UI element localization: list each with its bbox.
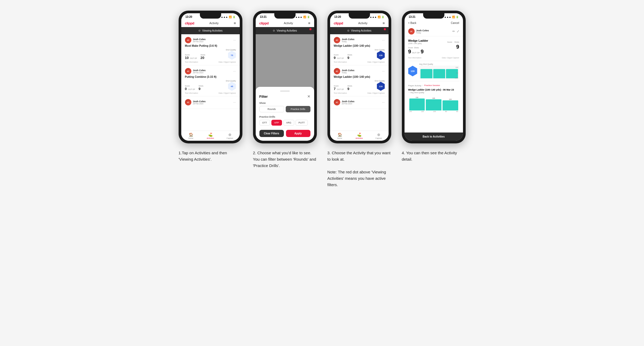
shots-label-1-1: Shots — [200, 54, 205, 56]
practice-session-label-4[interactable]: Practice Session — [424, 84, 440, 87]
filter-title: Filter — [259, 95, 268, 99]
sq-badge-1-1: 75 — [228, 51, 236, 60]
show-label: Show — [259, 102, 310, 104]
viewing-bar-1[interactable]: ⚙ Viewing Activities — [181, 27, 240, 34]
drill-ott[interactable]: OTT — [259, 120, 270, 126]
nav-home-3[interactable]: 🏠 Home — [330, 133, 350, 139]
app-header-3: clippd Activity ≡ — [330, 19, 389, 27]
y-label-100: 100 — [433, 111, 436, 112]
avatar-1-1: JC — [185, 37, 191, 43]
back-to-activities-btn[interactable]: Back to Activities — [405, 133, 463, 141]
nav-home-1[interactable]: 🏠 Home — [181, 133, 201, 139]
y-label-140: 140 — [409, 111, 412, 112]
activity-item-1-1[interactable]: JC Josh Coles 28 Feb 2023 ··· Must Make … — [181, 34, 240, 65]
y-label-80: 80 — [445, 111, 447, 112]
divider-4-1 — [408, 61, 459, 61]
activity-item-3-2[interactable]: JC Josh Coles Today ··· Wedge Ladder (10… — [330, 65, 389, 96]
dots-menu-3-1[interactable]: ··· — [382, 38, 385, 42]
player-activity-label-4: Player Activity — [408, 84, 422, 87]
user-name-3-2: Josh Coles — [342, 69, 355, 72]
dots-menu-1-3[interactable]: ··· — [233, 100, 236, 104]
wifi-icon-4: 📶 — [452, 16, 455, 18]
user-name-1-1: Josh Coles — [193, 38, 206, 41]
dots-menu-1-1[interactable]: ··· — [233, 38, 236, 42]
nav-capture-1[interactable]: ⊕ Capture — [220, 133, 239, 139]
bar-4-1 — [420, 69, 432, 78]
nav-home-label-1: Home — [188, 137, 193, 139]
red-dot-3 — [384, 28, 386, 30]
screen-2: 13:21 ▲▲▲ 📶 🔋 clippd Activity ≡ ⚙ Vi — [256, 13, 314, 141]
activity-item-3-1[interactable]: JC Josh Coles Today ··· Wedge Ladder (10… — [330, 34, 389, 65]
apply-button[interactable]: Apply — [286, 130, 310, 137]
notch-2 — [274, 13, 296, 19]
score-label-right-4: Score — [447, 41, 452, 43]
edit-icon-4[interactable]: ✏ — [452, 29, 455, 33]
status-icons-3: ▲▲▲ 📶 🔋 — [370, 16, 384, 18]
user-name-3-1: Josh Coles — [342, 38, 355, 41]
capture-icon-1: ⊕ — [228, 133, 231, 137]
activity-list-1: JC Josh Coles 28 Feb 2023 ··· Must Make … — [181, 34, 240, 131]
nav-activities-label-3: Activities — [356, 137, 363, 139]
detail-content-4: Wedge Ladder (100–140 yds) Score Shots 9… — [405, 36, 463, 133]
dots-menu-3-3[interactable]: ··· — [382, 100, 385, 104]
menu-icon-2[interactable]: ≡ — [308, 21, 310, 25]
tab-practice-drills[interactable]: Practice Drills — [286, 106, 310, 112]
page-container: 13:20 ▲▲▲ 📶 🔋 clippd Activity ≡ ⚙ Vi — [179, 11, 466, 188]
shots-label-right-4: Shots — [454, 41, 459, 43]
close-button[interactable]: ✕ — [307, 94, 310, 99]
activity-item-1-2[interactable]: JC Josh Coles 28 Feb 2023 ··· Putting Co… — [181, 65, 240, 96]
drill-subtitle-4: (100–140 yds) — [408, 42, 428, 45]
viewing-bar-2[interactable]: ⚙ Viewing Activities — [256, 27, 314, 34]
sq-label-1-2: Shot Quality — [226, 80, 236, 82]
battery-icon-4: 🔋 — [456, 16, 459, 18]
score-val-1-1: 10 — [185, 56, 189, 60]
nav-activities-1[interactable]: ⛳ Activities — [201, 133, 220, 139]
activity-item-1-3[interactable]: JC Josh Coles 28 Feb 2023 ··· — [181, 96, 240, 109]
activity-title-3-2: Wedge Ladder (100–140 yds) — [334, 75, 385, 78]
clear-filters-button[interactable]: Clear Filters — [259, 130, 284, 137]
drill-arg[interactable]: ARG — [283, 120, 294, 126]
detail-user-info-4: JC Josh Coles Today — [408, 28, 429, 35]
nav-capture-3[interactable]: ⊕ Capture — [369, 133, 388, 139]
sq-label-3-1: Shot Quality — [374, 49, 385, 51]
wedge-bar-1 — [409, 99, 425, 110]
wedge-chart-subtitle-4: → Avg Shot Quality — [408, 92, 459, 93]
back-button-4[interactable]: < Back — [408, 22, 416, 24]
cancel-button-4[interactable]: Cancel — [451, 22, 459, 24]
activity-stats-1-2: Score 0 OUT OF Shots 9 — [185, 80, 236, 91]
mini-chart-4: 130 50 APP — [419, 66, 459, 79]
user-date-4: Today — [416, 32, 429, 34]
logo-1: clippd — [185, 21, 194, 25]
wedge-bar-group-1: 132 — [409, 97, 425, 110]
tab-rounds[interactable]: Rounds — [259, 106, 284, 112]
activity-title-1-1: Must Make Putting (3-6 ft) — [185, 44, 236, 47]
chart-axis-label-4: APP — [455, 77, 458, 79]
user-name-4: Josh Coles — [416, 29, 429, 32]
expand-icon-4[interactable]: ⤢ — [457, 29, 459, 33]
activity-item-3-3[interactable]: JC Josh Coles 28 Feb 2023 ··· — [330, 96, 389, 109]
bar-val-2: 129 — [432, 97, 435, 99]
avg-sq-section: 130 Avg Shot Quality 130 50 APP — [408, 63, 459, 79]
signal-icon-1: ▲▲▲ — [221, 16, 228, 18]
viewing-bar-3[interactable]: ⚙ Viewing Activities — [330, 27, 389, 34]
nav-capture-label-1: Capture — [226, 137, 233, 139]
avatar-3-1: JC — [334, 37, 340, 43]
wedge-bar-group-2: 129 — [426, 97, 441, 110]
time-1: 13:20 — [186, 15, 192, 18]
dots-menu-3-2[interactable]: ··· — [382, 69, 385, 73]
user-info-3-2: JC Josh Coles Today — [334, 68, 355, 74]
shots-label-3-2: Shots — [347, 85, 352, 87]
dots-menu-1-2[interactable]: ··· — [233, 69, 236, 73]
bar-val-1: 132 — [416, 97, 418, 98]
user-info-1-2: JC Josh Coles 28 Feb 2023 — [185, 68, 206, 74]
header-title-3: Activity — [358, 22, 368, 25]
drill-putt[interactable]: PUTT — [296, 120, 308, 126]
menu-icon-1[interactable]: ≡ — [234, 21, 236, 25]
phone-2: 13:21 ▲▲▲ 📶 🔋 clippd Activity ≡ ⚙ Vi — [253, 11, 317, 143]
home-icon-1: 🏠 — [189, 133, 193, 137]
nav-activities-3[interactable]: ⛳ Activities — [350, 133, 369, 139]
detail-icons-4: ✏ ⤢ — [452, 29, 459, 33]
menu-icon-3[interactable]: ≡ — [382, 21, 385, 25]
modal-handle — [280, 91, 290, 92]
drill-app[interactable]: APP — [271, 120, 282, 126]
